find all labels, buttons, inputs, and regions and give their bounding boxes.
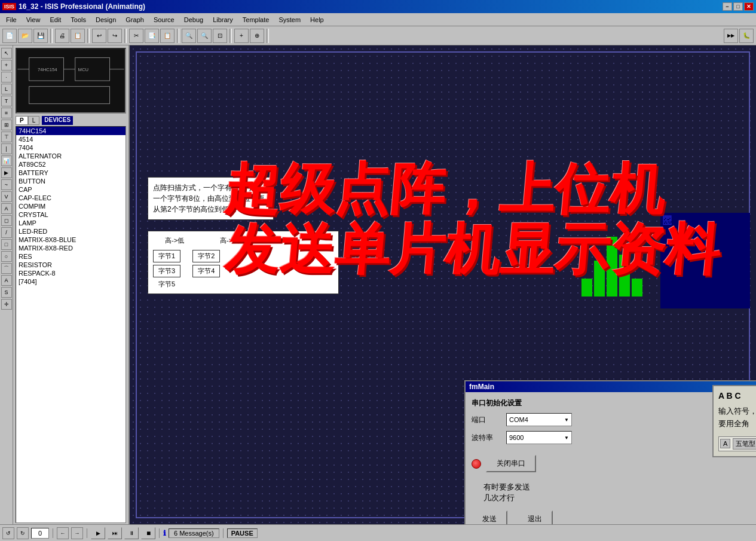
generator-tool[interactable]: ~ (1, 179, 12, 190)
terminal-tool[interactable]: ⊤ (1, 132, 12, 142)
print-button[interactable]: 🖨 (55, 29, 69, 43)
line-draw[interactable]: / (1, 227, 12, 238)
device-item-lamp[interactable]: LAMP (16, 219, 126, 227)
origin-set[interactable]: ✛ (1, 299, 12, 310)
component-button[interactable]: ⊕ (250, 29, 264, 43)
device-item-4514[interactable]: 4514 (16, 135, 126, 143)
baud-dropdown-arrow[interactable]: ▼ (564, 435, 569, 441)
note2-text: 有时要多发送 几次才行 (483, 482, 756, 503)
abc-ime-button[interactable]: 五笔型 (733, 438, 756, 450)
menu-graph[interactable]: Graph (121, 15, 149, 25)
device-item-led-red[interactable]: LED-RED (16, 227, 126, 236)
save-button[interactable]: 💾 (33, 29, 48, 43)
sync-button[interactable]: ↻ (17, 527, 29, 539)
text-draw[interactable]: A (1, 275, 12, 286)
zoom-out-button[interactable]: 🔍 (197, 29, 212, 43)
menu-template[interactable]: Template (238, 15, 274, 25)
redo-button[interactable]: ↪ (108, 29, 122, 43)
menu-tools[interactable]: Tools (66, 15, 91, 25)
menu-source[interactable]: Source (149, 15, 179, 25)
device-item-matrix-red[interactable]: MATRIX-8X8-RED (16, 244, 126, 252)
circle-draw[interactable]: ○ (1, 251, 12, 262)
device-item-compim[interactable]: COMPIM (16, 202, 126, 210)
pause-button[interactable]: ⏸ (124, 527, 139, 539)
junction-tool[interactable]: · (1, 72, 12, 82)
menu-help[interactable]: Help (305, 15, 329, 25)
nav-forward[interactable]: → (71, 527, 83, 539)
export-button[interactable]: 📋 (71, 29, 85, 43)
device-item-crystal[interactable]: CRYSTAL (16, 210, 126, 219)
dialog-note2-area: 有时要多发送 几次才行 (472, 482, 756, 508)
abc-a-button[interactable]: A (720, 439, 730, 448)
stop-button[interactable]: ⏹ (141, 527, 155, 539)
open-button[interactable]: 📂 (18, 29, 32, 43)
device-item-cap-elec[interactable]: CAP-ELEC (16, 194, 126, 202)
close-port-button[interactable]: 关闭串口 (486, 455, 536, 472)
exit-button[interactable]: 退出 (517, 511, 553, 524)
menu-design[interactable]: Design (91, 15, 121, 25)
refresh-button[interactable]: ↺ (2, 527, 14, 539)
send-button[interactable]: 发送 (472, 511, 507, 524)
zoom-in-button[interactable]: 🔍 (182, 29, 196, 43)
box-draw[interactable]: □ (1, 239, 12, 250)
subcircuit-tool[interactable]: ⊞ (1, 120, 12, 130)
paste-button[interactable]: 📋 (160, 29, 175, 43)
graph-tool[interactable]: 📊 (1, 155, 12, 166)
step-button[interactable]: ⏭ (108, 527, 122, 539)
close-button[interactable]: ✕ (744, 2, 754, 11)
device-item-cap[interactable]: CAP (16, 185, 126, 194)
baud-value: 9600 (509, 434, 524, 441)
device-item-alternator[interactable]: ALTERNATOR (16, 152, 126, 160)
virtual-inst[interactable]: ◻ (1, 215, 12, 226)
device-item-resistor[interactable]: RESISTOR (16, 261, 126, 269)
menu-view[interactable]: View (22, 15, 45, 25)
tab-l[interactable]: L (28, 116, 40, 125)
tape-tool[interactable]: ▶ (1, 167, 12, 178)
component-tool[interactable]: + (1, 60, 12, 71)
bar-3 (607, 237, 617, 297)
cut-button[interactable]: ✂ (129, 29, 143, 43)
debug-toolbar-button[interactable]: 🐛 (739, 29, 754, 43)
voltage-probe[interactable]: V (1, 191, 12, 202)
nav-back[interactable]: ← (57, 527, 69, 539)
undo-button[interactable]: ↩ (92, 29, 106, 43)
baud-input[interactable]: 9600 ▼ (506, 431, 572, 444)
canvas-area[interactable]: 点阵扫描方式，一个字有32个字节，一个字节有8位，由高位到低位，再从第2个字节的… (130, 45, 756, 524)
counter-field[interactable]: 0 (31, 528, 49, 539)
symbol-draw[interactable]: S (1, 287, 12, 298)
arc-draw[interactable]: ⌒ (1, 263, 12, 274)
select-tool[interactable]: ↖ (1, 48, 12, 59)
bus-tool[interactable]: ≡ (1, 108, 12, 118)
play-button[interactable]: ▶ (91, 527, 105, 539)
zoom-fit-button[interactable]: ⊡ (213, 29, 227, 43)
copy-button[interactable]: 📑 (145, 29, 159, 43)
maximize-button[interactable]: □ (733, 2, 743, 11)
menu-system[interactable]: System (274, 15, 305, 25)
device-item-7404[interactable]: 7404 (16, 143, 126, 152)
label-tool[interactable]: L (1, 84, 12, 94)
current-probe[interactable]: A (1, 203, 12, 214)
device-list[interactable]: 74HC154 4514 7404 ALTERNATOR AT89C52 BAT… (16, 126, 126, 523)
device-item-respack8[interactable]: RESPACK-8 (16, 269, 126, 277)
wire-button[interactable]: + (234, 29, 249, 43)
device-item-7404-bracket[interactable]: [7404] (16, 277, 126, 286)
port-input[interactable]: COM4 ▼ (506, 413, 572, 426)
device-item-at89c52[interactable]: AT89C52 (16, 160, 126, 169)
menu-edit[interactable]: Edit (45, 15, 66, 25)
new-button[interactable]: 📄 (2, 29, 17, 43)
device-item-res[interactable]: RES (16, 252, 126, 261)
menu-file[interactable]: File (1, 15, 22, 25)
svg-rect-60 (668, 224, 669, 225)
menu-debug[interactable]: Debug (179, 15, 208, 25)
device-item-button[interactable]: BUTTON (16, 177, 126, 185)
device-item-74hc154[interactable]: 74HC154 (16, 127, 126, 135)
text-tool[interactable]: T (1, 96, 12, 106)
port-dropdown-arrow[interactable]: ▼ (564, 417, 569, 423)
device-item-battery[interactable]: BATTERY (16, 169, 126, 177)
tab-p[interactable]: P (16, 116, 28, 125)
simulate-button[interactable]: ▶▶ (724, 29, 738, 43)
pin-tool[interactable]: | (1, 143, 12, 154)
device-item-matrix-blue[interactable]: MATRIX-8X8-BLUE (16, 236, 126, 244)
minimize-button[interactable]: − (723, 2, 732, 11)
menu-library[interactable]: Library (208, 15, 238, 25)
